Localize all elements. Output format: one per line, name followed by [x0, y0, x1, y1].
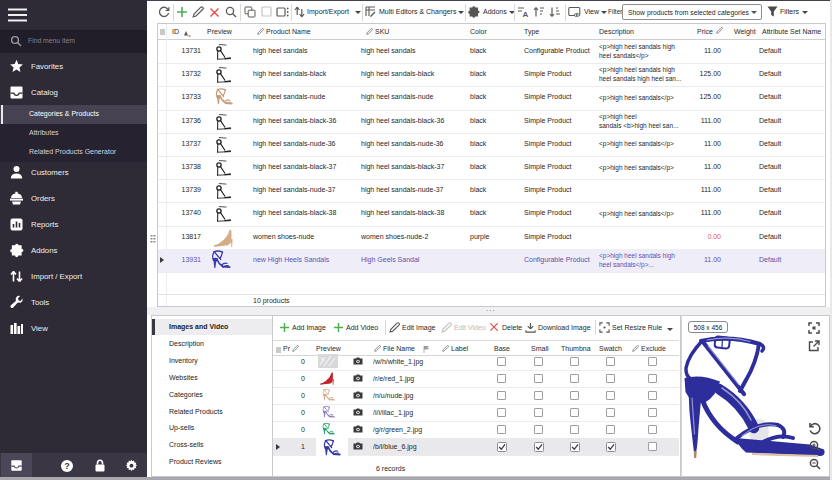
svg-text:?: ?: [64, 461, 70, 471]
svg-text:A: A: [523, 10, 529, 18]
